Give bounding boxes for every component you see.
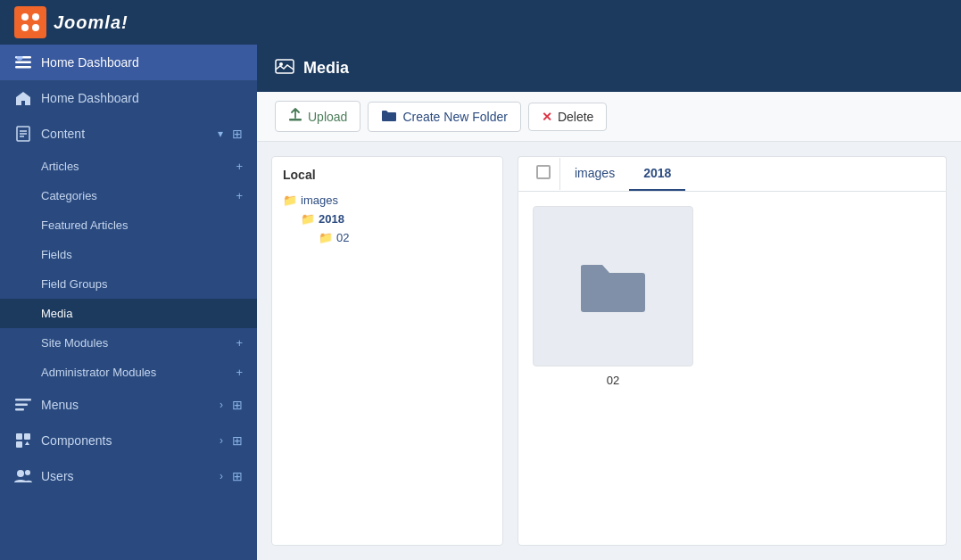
02-folder-icon: 📁: [319, 231, 333, 244]
sidebar-item-categories[interactable]: Categories +: [0, 181, 257, 210]
delete-icon: ✕: [542, 110, 552, 124]
svg-rect-15: [15, 408, 24, 411]
right-panel: images 2018: [518, 156, 947, 546]
joomla-wordmark: Joomla!: [54, 12, 128, 33]
categories-plus-icon[interactable]: +: [236, 189, 243, 202]
users-grid-icon: ⊞: [232, 469, 243, 483]
field-groups-label: Field Groups: [41, 277, 107, 291]
components-label: Components: [41, 433, 211, 448]
sidebar: Home Dashboard Home Dashboard Content: [0, 45, 257, 560]
main-layout: Home Dashboard Home Dashboard Content: [0, 45, 961, 560]
content-arrow: ▾: [218, 128, 223, 140]
sidebar-item-toggle-menu[interactable]: Home Dashboard: [0, 45, 257, 80]
svg-point-19: [17, 470, 24, 477]
2018-folder-icon: 📁: [301, 212, 315, 226]
delete-button[interactable]: ✕ Delete: [528, 103, 607, 131]
toggle-menu-label: Home Dashboard: [41, 55, 243, 70]
content-grid-icon: ⊞: [232, 127, 243, 141]
svg-rect-16: [16, 433, 22, 440]
featured-articles-label: Featured Articles: [41, 218, 128, 232]
svg-point-2: [21, 24, 29, 31]
sidebar-item-administrator-modules[interactable]: Administrator Modules +: [0, 358, 257, 387]
sidebar-item-menus[interactable]: Menus › ⊞: [0, 387, 257, 423]
media-label: Media: [41, 307, 72, 320]
sidebar-item-articles[interactable]: Articles +: [0, 152, 257, 181]
page-title: Media: [303, 59, 349, 78]
svg-rect-18: [16, 441, 22, 448]
users-arrow: ›: [220, 470, 223, 482]
breadcrumb-2018-label: 2018: [643, 166, 671, 180]
folder-thumbnail-02: [533, 206, 693, 366]
menus-grid-icon: ⊞: [232, 398, 243, 412]
2018-label: 2018: [319, 212, 344, 226]
breadcrumb-images-label: images: [575, 166, 615, 180]
sidebar-item-field-groups[interactable]: Field Groups: [0, 269, 257, 299]
upload-icon: [288, 108, 302, 125]
folder-card-02[interactable]: 02: [533, 206, 693, 387]
site-modules-label: Site Modules: [41, 336, 108, 350]
page-header: Media: [257, 45, 961, 92]
menus-icon: [14, 396, 32, 414]
svg-point-0: [21, 13, 29, 21]
create-folder-label: Create New Folder: [402, 110, 508, 124]
content-label: Content: [41, 127, 209, 141]
joomla-logo: Joomla!: [14, 6, 128, 38]
joomla-icon: [14, 6, 46, 38]
delete-label: Delete: [558, 110, 593, 124]
sidebar-item-site-modules[interactable]: Site Modules +: [0, 328, 257, 358]
images-label: images: [301, 194, 338, 207]
users-icon: [14, 467, 32, 485]
site-modules-plus-icon[interactable]: +: [236, 336, 243, 350]
breadcrumb-images[interactable]: images: [560, 157, 629, 191]
svg-point-20: [25, 470, 30, 475]
02-label: 02: [336, 231, 349, 244]
articles-plus-icon[interactable]: +: [236, 160, 243, 173]
sidebar-item-users[interactable]: Users › ⊞: [0, 458, 257, 494]
sidebar-item-home-dashboard[interactable]: Home Dashboard: [0, 80, 257, 116]
svg-rect-6: [15, 62, 31, 64]
svg-point-1: [32, 13, 39, 21]
components-arrow: ›: [220, 434, 223, 447]
svg-point-4: [28, 20, 33, 25]
fields-label: Fields: [41, 248, 72, 261]
svg-rect-13: [15, 399, 31, 401]
content-area: Media Upload Create New Fol: [257, 45, 961, 560]
svg-rect-17: [24, 433, 30, 440]
media-content: Local 📁 images 📁 2018 📁 02: [257, 142, 961, 560]
svg-rect-21: [276, 60, 294, 73]
users-label: Users: [41, 469, 211, 483]
categories-label: Categories: [41, 189, 97, 202]
svg-rect-23: [289, 119, 302, 121]
create-folder-button[interactable]: Create New Folder: [368, 102, 521, 132]
file-grid-area: 02: [518, 191, 947, 546]
toolbar: Upload Create New Folder ✕ Delete: [257, 92, 961, 142]
select-all-checkbox-area[interactable]: [527, 158, 560, 190]
svg-rect-14: [15, 404, 28, 407]
folder-name-02: 02: [607, 374, 619, 387]
upload-button[interactable]: Upload: [275, 101, 360, 132]
sidebar-item-media[interactable]: Media: [0, 299, 257, 328]
sidebar-item-fields[interactable]: Fields: [0, 240, 257, 269]
components-grid-icon: ⊞: [232, 433, 243, 448]
components-icon: [14, 432, 32, 449]
breadcrumb-2018[interactable]: 2018: [629, 157, 685, 191]
tree-item-images[interactable]: 📁 images: [283, 191, 492, 210]
tree-title: Local: [283, 168, 492, 182]
home-dashboard-label: Home Dashboard: [41, 91, 243, 105]
sidebar-item-featured-articles[interactable]: Featured Articles: [0, 210, 257, 240]
tree-item-2018[interactable]: 📁 2018: [301, 210, 492, 228]
select-all-checkbox[interactable]: [536, 165, 551, 179]
sidebar-item-components[interactable]: Components › ⊞: [0, 423, 257, 458]
tree-item-02[interactable]: 📁 02: [319, 228, 492, 247]
articles-label: Articles: [41, 160, 79, 173]
menus-arrow: ›: [220, 399, 223, 411]
folder-icon: [381, 109, 397, 125]
home-icon: [14, 89, 32, 107]
menus-label: Menus: [41, 398, 211, 412]
content-icon: [14, 125, 32, 143]
sidebar-item-content[interactable]: Content ▾ ⊞: [0, 116, 257, 152]
admin-modules-plus-icon[interactable]: +: [236, 366, 243, 379]
file-tree-panel: Local 📁 images 📁 2018 📁 02: [271, 156, 503, 546]
breadcrumb-tabs: images 2018: [518, 156, 947, 191]
administrator-modules-label: Administrator Modules: [41, 366, 156, 379]
